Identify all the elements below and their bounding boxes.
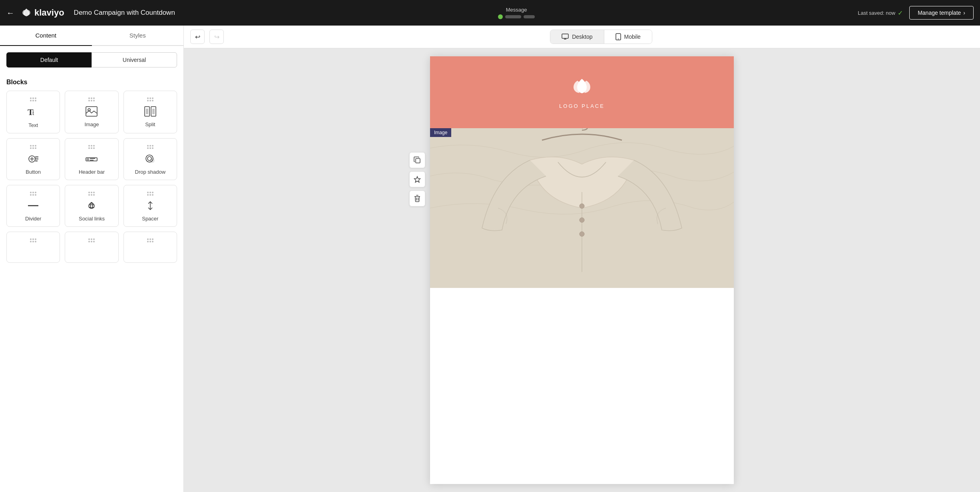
block-drop-shadow[interactable]: Drop shadow bbox=[123, 138, 177, 180]
svg-rect-2 bbox=[86, 107, 97, 116]
block-image[interactable]: Image bbox=[65, 91, 118, 133]
block-extra-3[interactable] bbox=[123, 232, 177, 263]
button-block-label: Button bbox=[26, 169, 41, 175]
drag-handle-dots bbox=[88, 192, 95, 196]
check-icon: ✓ bbox=[898, 9, 903, 17]
content-styles-tabs: Content Styles bbox=[0, 26, 183, 46]
drag-handle-dots bbox=[147, 145, 153, 149]
header-bar-block-label: Header bar bbox=[79, 169, 105, 175]
header-bar-block-icon bbox=[86, 154, 98, 166]
topnav-right: Last saved: now ✓ Manage template › bbox=[858, 6, 974, 20]
back-button[interactable]: ← bbox=[6, 8, 14, 18]
block-social-links[interactable]: Social links bbox=[65, 185, 118, 227]
mobile-icon bbox=[615, 33, 621, 40]
divider-block-icon bbox=[27, 200, 39, 212]
drop-shadow-block-icon bbox=[144, 154, 156, 166]
canvas-area: ↩ ↪ Desktop Mobile bbox=[184, 26, 980, 492]
svg-point-30 bbox=[618, 39, 619, 40]
email-header-block: LOGO PLACE bbox=[430, 56, 734, 128]
drop-shadow-block-label: Drop shadow bbox=[135, 169, 166, 175]
blocks-grid: Tt Text Image bbox=[6, 91, 177, 227]
block-header-bar[interactable]: Header bar bbox=[65, 138, 118, 180]
svg-point-36 bbox=[580, 204, 584, 208]
top-nav: ← klaviyo Demo Campaign with Countdown M… bbox=[0, 0, 980, 26]
undo-icon: ↩ bbox=[195, 33, 200, 41]
spacer-block-icon bbox=[144, 200, 156, 212]
dot-bar bbox=[505, 15, 521, 18]
manage-template-button[interactable]: Manage template › bbox=[909, 6, 974, 20]
dot-bar2 bbox=[524, 15, 535, 18]
default-toggle-button[interactable]: Default bbox=[6, 52, 92, 67]
klaviyo-logo-icon bbox=[21, 7, 32, 18]
block-extra-1[interactable] bbox=[6, 232, 60, 263]
universal-toggle-button[interactable]: Universal bbox=[92, 52, 177, 67]
klaviyo-wordmark: klaviyo bbox=[34, 8, 64, 18]
main-layout: Content Styles Default Universal Blocks … bbox=[0, 26, 980, 492]
canvas-scroll[interactable]: LOGO PLACE Image bbox=[184, 48, 980, 492]
saved-status: Last saved: now ✓ bbox=[858, 9, 903, 17]
left-panel: Content Styles Default Universal Blocks … bbox=[0, 26, 184, 492]
divider-block-label: Divider bbox=[25, 216, 41, 222]
mobile-view-button[interactable]: Mobile bbox=[604, 30, 652, 44]
image-badge: Image bbox=[430, 128, 451, 137]
blocks-grid-row2 bbox=[6, 232, 177, 263]
drag-handle-dots bbox=[30, 97, 36, 101]
email-preview: LOGO PLACE Image bbox=[430, 56, 734, 484]
klaviyo-logo: klaviyo bbox=[21, 7, 64, 18]
email-clothing-image bbox=[430, 128, 734, 288]
drag-handle-dots bbox=[30, 238, 36, 242]
block-split[interactable]: Split bbox=[123, 91, 177, 133]
drag-handle-dots bbox=[88, 97, 95, 101]
redo-button[interactable]: ↪ bbox=[209, 30, 224, 44]
default-universal-toggle: Default Universal bbox=[0, 46, 183, 74]
block-spacer[interactable]: Spacer bbox=[123, 185, 177, 227]
logo-flower-icon bbox=[570, 76, 594, 100]
redo-icon: ↪ bbox=[214, 33, 219, 41]
message-dots bbox=[498, 14, 535, 19]
logo-place-text: LOGO PLACE bbox=[559, 103, 605, 109]
svg-rect-7 bbox=[146, 109, 148, 114]
block-text[interactable]: Tt Text bbox=[6, 91, 60, 133]
drag-handle-dots bbox=[147, 238, 153, 242]
message-indicator: Message bbox=[181, 7, 851, 19]
blocks-section: Blocks Tt Text bbox=[0, 74, 183, 492]
desktop-view-button[interactable]: Desktop bbox=[550, 30, 604, 44]
block-extra-2[interactable] bbox=[65, 232, 118, 263]
block-button[interactable]: Button bbox=[6, 138, 60, 180]
image-block: Image bbox=[430, 128, 734, 288]
svg-point-37 bbox=[580, 218, 584, 222]
split-block-label: Split bbox=[145, 121, 155, 127]
svg-point-38 bbox=[580, 232, 584, 236]
svg-point-21 bbox=[150, 158, 155, 163]
message-label: Message bbox=[506, 7, 527, 13]
blocks-heading: Blocks bbox=[6, 77, 177, 86]
button-block-icon bbox=[27, 154, 39, 166]
favorite-block-button[interactable] bbox=[409, 171, 425, 187]
social-links-block-icon bbox=[86, 200, 98, 212]
view-toggle: Desktop Mobile bbox=[550, 30, 652, 44]
svg-text:t: t bbox=[32, 109, 34, 116]
copy-block-button[interactable] bbox=[409, 152, 425, 168]
text-block-icon: Tt bbox=[27, 106, 40, 119]
svg-rect-26 bbox=[562, 34, 568, 38]
drag-handle-dots bbox=[147, 192, 153, 196]
drag-handle-dots bbox=[30, 145, 36, 149]
floating-actions bbox=[409, 152, 425, 206]
svg-rect-31 bbox=[416, 159, 420, 163]
block-divider[interactable]: Divider bbox=[6, 185, 60, 227]
svg-point-16 bbox=[87, 158, 89, 161]
trash-icon bbox=[414, 195, 420, 202]
copy-icon bbox=[414, 157, 421, 164]
undo-button[interactable]: ↩ bbox=[190, 30, 205, 44]
campaign-title: Demo Campaign with Countdown bbox=[74, 9, 175, 17]
split-block-icon bbox=[144, 106, 156, 118]
image-block-label: Image bbox=[84, 121, 99, 127]
delete-block-button[interactable] bbox=[409, 190, 425, 206]
dot-green bbox=[498, 14, 503, 19]
tab-content[interactable]: Content bbox=[0, 26, 92, 46]
drag-handle-dots bbox=[30, 192, 36, 196]
spacer-block-label: Spacer bbox=[142, 216, 158, 222]
drag-handle-dots bbox=[88, 145, 95, 149]
clothing-svg bbox=[430, 128, 734, 288]
tab-styles[interactable]: Styles bbox=[92, 26, 184, 46]
